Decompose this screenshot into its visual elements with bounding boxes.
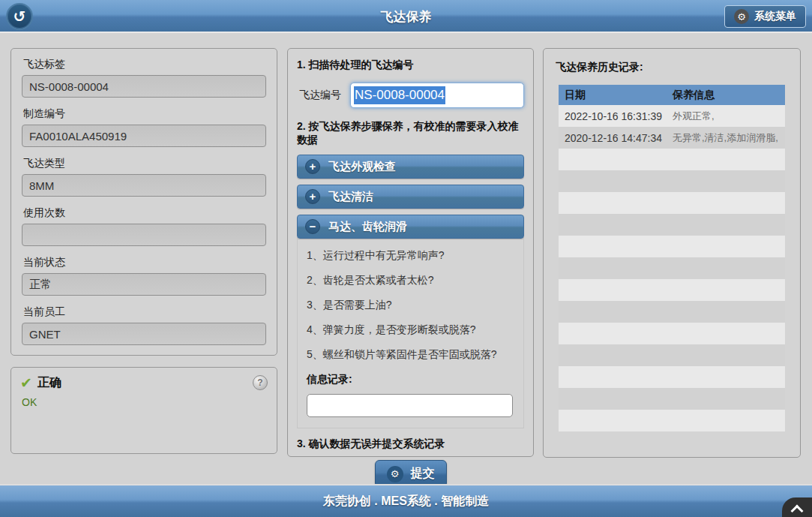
help-icon[interactable]: ? — [253, 375, 268, 390]
accordion-appearance-check[interactable]: + 飞达外观检查 — [297, 155, 524, 179]
footer-text: 东莞协创 . MES系统 . 智能制造 — [323, 494, 489, 509]
history-date: 2022-10-16 16:31:39 — [559, 110, 671, 122]
back-button[interactable]: ↺ — [6, 3, 33, 30]
step2-title: 2. 按飞达保养步骤保养，有校准的需要录入校准数据 — [297, 120, 524, 147]
selected-input-text: NS-0008-00004 — [354, 86, 445, 104]
current-status-label: 当前状态 — [23, 256, 266, 269]
usage-count-label: 使用次数 — [23, 206, 266, 220]
current-employee-label: 当前员工 — [23, 305, 266, 319]
info-record-input[interactable] — [307, 394, 513, 417]
page-title: 飞达保养 — [0, 0, 812, 33]
history-empty-row — [559, 344, 785, 366]
gear-icon: ⚙ — [734, 9, 749, 24]
submit-label: 提交 — [411, 466, 435, 482]
history-table: 日期 保养信息 2022-10-16 16:31:39 外观正常, 2020-1… — [559, 85, 785, 431]
system-menu-button[interactable]: ⚙ 系统菜单 — [724, 5, 806, 28]
mfg-number-input: FA0010ALA450919 — [22, 125, 266, 147]
system-menu-label: 系统菜单 — [754, 10, 796, 23]
column-header-info: 保养信息 — [671, 89, 785, 102]
history-empty-row — [559, 214, 785, 236]
history-row: 2022-10-16 16:31:39 外观正常, — [559, 105, 785, 127]
checklist-item: 1、运行过程中有无异常响声? — [307, 249, 513, 263]
history-date: 2020-12-16 14:47:34 — [559, 132, 671, 144]
feeder-number-label: 飞达编号 — [297, 89, 341, 102]
history-empty-row — [559, 170, 785, 192]
history-row: 2020-12-16 14:47:34 无异常,清洁,添加润滑脂, — [559, 127, 785, 149]
history-empty-row — [559, 192, 785, 214]
accordion-cleaning[interactable]: + 飞达清洁 — [297, 185, 524, 209]
history-empty-row — [559, 323, 785, 344]
history-empty-row — [559, 257, 785, 279]
feeder-type-label: 飞达类型 — [23, 157, 266, 170]
history-empty-row — [559, 279, 785, 301]
checklist-item: 2、齿轮是否太紧或者太松? — [307, 274, 513, 287]
status-message-box: ✔ 正确 ? OK — [10, 367, 277, 454]
feeder-number-input[interactable]: NS-0008-00004 — [350, 83, 524, 108]
feeder-tag-label: 飞达标签 — [23, 58, 266, 71]
check-icon: ✔ — [20, 376, 32, 390]
feeder-type-input: 8MM — [22, 174, 266, 197]
history-empty-row — [559, 410, 785, 431]
history-info: 无异常,清洁,添加润滑脂, — [671, 131, 785, 145]
checklist-item: 3、是否需要上油? — [307, 299, 513, 312]
history-empty-row — [559, 149, 785, 170]
corner-overlay-button[interactable] — [782, 497, 812, 517]
accordion-label: 飞达外观检查 — [328, 160, 396, 174]
gear-icon: ⚙ — [387, 466, 403, 482]
history-empty-row — [559, 301, 785, 323]
app-screen: ↺ 飞达保养 ⚙ 系统菜单 飞达标签 NS-0008-00004 制造编号 FA… — [0, 0, 812, 517]
history-empty-row — [559, 366, 785, 388]
expand-icon: + — [305, 189, 320, 204]
checklist-item: 4、弹簧力度，是否变形断裂或脱落? — [307, 323, 513, 337]
current-employee-input: GNET — [22, 323, 266, 345]
back-arrow-icon: ↺ — [13, 9, 26, 24]
history-info: 外观正常, — [671, 110, 785, 123]
step1-title: 1. 扫描待处理的飞达编号 — [297, 59, 524, 72]
top-bar: ↺ 飞达保养 ⚙ 系统菜单 — [0, 0, 812, 33]
mfg-number-label: 制造编号 — [23, 107, 266, 121]
checklist-item: 5、螺丝和锁片等紧固件是否牢固或脱落? — [307, 348, 513, 362]
accordion-content: 1、运行过程中有无异常响声? 2、齿轮是否太紧或者太松? 3、是否需要上油? 4… — [297, 239, 524, 428]
accordion-label: 马达、齿轮润滑 — [328, 220, 407, 234]
column-header-date: 日期 — [559, 89, 671, 102]
history-title: 飞达保养历史记录: — [556, 61, 785, 74]
maintenance-history-panel: 飞达保养历史记录: 日期 保养信息 2022-10-16 16:31:39 外观… — [543, 48, 801, 458]
current-status-input: 正常 — [22, 273, 266, 296]
history-empty-row — [559, 236, 785, 257]
history-table-header: 日期 保养信息 — [559, 85, 785, 105]
accordion-label: 飞达清洁 — [328, 190, 373, 204]
expand-icon: + — [305, 159, 320, 174]
status-title: 正确 — [37, 375, 61, 391]
maintenance-steps-panel: 1. 扫描待处理的飞达编号 飞达编号 NS-0008-00004 2. 按飞达保… — [287, 48, 534, 457]
feeder-tag-input: NS-0008-00004 — [22, 75, 266, 98]
info-record-label: 信息记录: — [307, 373, 513, 386]
usage-count-input — [22, 224, 266, 246]
step3-title: 3. 确认数据无误并提交系统记录 — [297, 437, 524, 451]
collapse-icon: − — [305, 219, 320, 234]
history-empty-row — [559, 388, 785, 410]
feeder-info-panel: 飞达标签 NS-0008-00004 制造编号 FA0010ALA450919 … — [10, 48, 277, 356]
accordion-motor-gear-lubrication[interactable]: − 马达、齿轮润滑 — [297, 215, 524, 239]
status-message: OK — [22, 396, 268, 408]
footer-bar: 东莞协创 . MES系统 . 智能制造 — [0, 484, 812, 517]
